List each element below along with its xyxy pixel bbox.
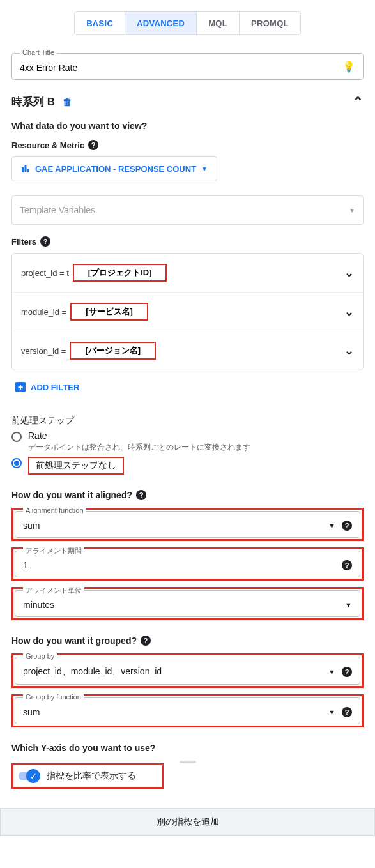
chevron-down-icon: ⌄ [344,266,354,280]
tab-basic[interactable]: BASIC [75,12,125,34]
field-value: sum [23,521,40,531]
lightbulb-icon[interactable]: 💡 [342,61,355,73]
stacked-bar-icon [21,164,30,174]
trash-icon[interactable]: 🗑 [63,96,72,107]
svg-rect-2 [27,169,29,172]
filters-box: project_id = t [プロジェクトID] ⌄ module_id = … [11,253,364,370]
toggle-track: ✓ [19,772,39,780]
template-vars-label: Template Variables [20,205,95,215]
filter-key: version_id = [21,346,66,356]
alignment-period-input[interactable]: アライメント期間 1 ? [15,551,360,577]
filter-badge: [バージョン名] [70,342,156,360]
filter-badge: [サービス名] [70,303,148,321]
filters-text: Filters [11,237,36,247]
filter-row-project[interactable]: project_id = t [プロジェクトID] ⌄ [12,254,363,293]
radio-label: Rate [28,430,250,441]
field-value: 1 [23,560,28,570]
alignment-fn-select[interactable]: Alignment function sum ▼? [15,511,360,538]
help-icon[interactable]: ? [136,490,146,500]
field-legend: Alignment function [23,506,86,514]
alignment-unit-select[interactable]: アライメント単位 minutes ▼ [15,590,360,617]
check-icon: ✓ [26,769,40,783]
chevron-down-icon: ⌄ [344,305,354,319]
filter-row-version[interactable]: version_id = [バージョン名] ⌄ [12,331,363,370]
add-filter-button[interactable]: + ADD FILTER [11,377,364,397]
filters-label: Filters ? [11,236,364,247]
template-variables-select[interactable]: Template Variables ▼ [11,195,364,225]
what-data-heading: What data do you want to view? [11,121,364,131]
caret-down-icon: ▼ [328,522,335,529]
group-by-select[interactable]: Group by project_id、module_id、version_id… [15,657,360,685]
chart-title-field[interactable]: Chart Title 💡 [11,53,364,80]
yaxis-heading: Which Y-axis do you want to use? [11,743,364,753]
group-by-wrap: Group by project_id、module_id、version_id… [11,653,364,688]
filter-badge: [プロジェクトID] [73,264,167,282]
field-legend: アライメント単位 [23,586,84,595]
filter-key: module_id = [21,307,66,317]
help-icon[interactable]: ? [342,521,352,531]
field-legend: Group by function [23,693,84,701]
tabs-inner: BASIC ADVANCED MQL PROMQL [74,11,301,35]
toggle-label: 指標を比率で表示する [47,770,136,782]
chevron-up-icon[interactable]: ⌃ [353,94,364,109]
chart-title-input[interactable] [20,63,340,73]
resource-metric-label: Resource & Metric ? [11,140,364,150]
resource-metric-text: Resource & Metric [11,141,84,150]
radio-icon [11,432,22,442]
add-filter-label: ADD FILTER [31,383,79,392]
filter-row-module[interactable]: module_id = [サービス名] ⌄ [12,293,363,331]
caret-down-icon: ▼ [349,207,355,214]
grouped-heading: How do you want it grouped? ? [11,636,364,646]
field-value: project_id、module_id、version_id [23,666,162,678]
grouped-text: How do you want it grouped? [11,636,137,646]
add-metric-button[interactable]: 別の指標を追加 [0,808,375,836]
radio-icon [11,458,22,468]
grip-handle[interactable] [180,761,196,763]
field-legend: Group by [23,652,57,660]
resource-metric-chip[interactable]: GAE APPLICATION - RESPONSE COUNT ▼ [11,156,217,181]
chip-label: GAE APPLICATION - RESPONSE COUNT [35,164,196,174]
field-value: minutes [23,600,54,610]
radio-label: 前処理ステップなし [28,457,124,475]
alignment-unit-wrap: アライメント単位 minutes ▼ [11,587,364,620]
alignment-fn-wrap: Alignment function sum ▼? [11,508,364,541]
svg-rect-0 [22,167,24,172]
filter-label: module_id = [サービス名] [21,303,148,321]
alignment-period-wrap: アライメント期間 1 ? [11,547,364,581]
tab-mql[interactable]: MQL [197,12,240,34]
svg-rect-1 [25,165,27,172]
caret-down-icon: ▼ [201,165,208,172]
help-icon[interactable]: ? [342,667,352,677]
preproc-none-radio[interactable]: 前処理ステップなし [11,457,364,475]
field-legend: アライメント期間 [23,546,84,556]
filter-key: project_id = t [21,268,69,278]
radio-desc: データポイントは整合され、時系列ごとのレートに変換されます [28,442,250,453]
query-mode-tabs: BASIC ADVANCED MQL PROMQL [11,11,364,35]
aligned-text: How do you want it aligned? [11,490,132,500]
preproc-rate-radio[interactable]: Rate データポイントは整合され、時系列ごとのレートに変換されます [11,430,364,453]
field-value: sum [23,707,40,717]
tab-advanced[interactable]: ADVANCED [125,12,197,34]
help-icon[interactable]: ? [40,236,50,247]
series-title-text: 時系列 B [11,95,55,109]
help-icon[interactable]: ? [88,140,98,150]
caret-down-icon: ▼ [328,708,335,716]
chevron-down-icon: ⌄ [344,344,354,358]
group-by-fn-select[interactable]: Group by function sum ▼? [15,697,360,724]
filter-label: version_id = [バージョン名] [21,342,156,360]
caret-down-icon: ▼ [328,668,335,676]
help-icon[interactable]: ? [342,560,352,570]
plus-icon: + [15,382,26,392]
caret-down-icon: ▼ [345,601,352,609]
series-header[interactable]: 時系列 B 🗑 ⌃ [11,94,364,109]
series-title: 時系列 B 🗑 [11,95,72,109]
group-by-fn-wrap: Group by function sum ▼? [11,694,364,727]
help-icon[interactable]: ? [342,707,352,717]
yaxis-ratio-toggle[interactable]: ✓ 指標を比率で表示する [11,763,164,789]
preproc-title: 前処理ステップ [11,415,364,427]
aligned-heading: How do you want it aligned? ? [11,490,364,500]
filter-label: project_id = t [プロジェクトID] [21,264,167,282]
tab-promql[interactable]: PROMQL [240,12,300,34]
chart-title-legend: Chart Title [20,49,57,56]
help-icon[interactable]: ? [141,636,151,646]
